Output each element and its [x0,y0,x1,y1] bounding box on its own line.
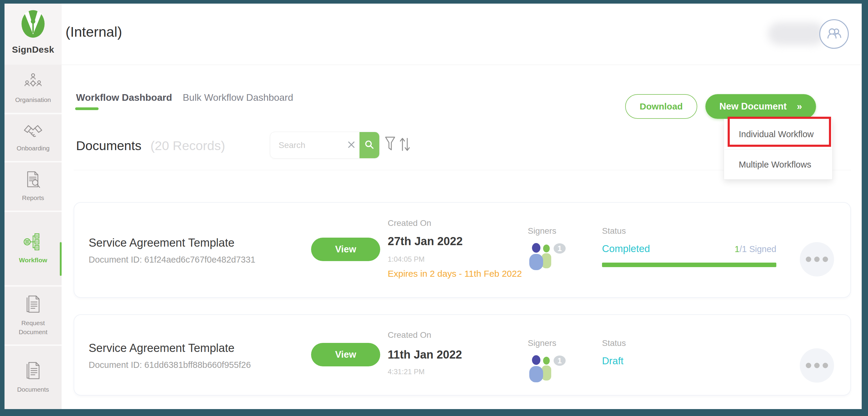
workflow-icon [23,232,43,253]
document-request-icon [24,295,43,316]
active-tab-underline [75,108,99,110]
sidebar-item-label: Documents [17,385,49,394]
row-more-actions-button[interactable] [800,348,834,383]
signers-label: Signers [528,338,556,348]
search-box [270,132,380,158]
funnel-icon [385,149,396,154]
ellipsis-icon [806,257,811,262]
status-label: Status [602,338,626,348]
sidebar-item-workflow[interactable]: Workflow [4,212,62,287]
sort-arrows-icon [399,150,411,155]
document-title: Service Agreement Template [89,342,235,355]
sidebar-item-request-document[interactable]: Request Document [4,287,62,346]
download-button[interactable]: Download [625,94,697,119]
view-button[interactable]: View [311,238,380,261]
search-button[interactable] [360,132,379,158]
created-time: 1:04:05 PM [388,255,425,264]
account-menu-button[interactable] [819,19,849,49]
menu-item-multiple-workflows[interactable]: Multiple Workflows [724,149,832,180]
brand-name: SignDesk [12,44,54,55]
sidebar-item-label: Onboarding [17,144,50,153]
tab-bulk-workflow-dashboard[interactable]: Bulk Workflow Dashboard [183,92,293,103]
signing-progress-bar [602,263,776,267]
ellipsis-icon [806,363,811,368]
documents-section-title: Documents [76,138,141,153]
report-search-icon [24,171,43,190]
signers-extra-count: 1 [558,356,562,365]
handshake-icon [23,122,43,141]
sidebar-item-label: Reports [22,194,44,202]
sidebar-item-reports[interactable]: Reports [4,162,62,212]
signdesk-logo-icon [18,8,48,43]
users-icon [825,24,843,44]
tab-workflow-dashboard[interactable]: Workflow Dashboard [76,92,172,103]
signdesk-app: SignDesk (Internal) Organis [0,0,868,416]
created-time: 4:31:21 PM [388,367,425,376]
sidebar-item-label: Organisation [15,95,51,105]
search-input[interactable] [270,140,343,150]
documents-icon [24,361,43,382]
expiry-warning: Expires in 2 days - 11th Feb 2022 [388,269,522,279]
signed-count: 1/1 Signed [602,244,776,254]
sidebar-item-label: Request Document [13,319,53,337]
document-card [74,314,851,395]
search-icon [364,140,374,151]
close-icon [347,141,355,150]
filter-button[interactable] [385,136,396,155]
records-count: (20 Records) [150,138,225,153]
active-item-indicator [60,242,62,276]
view-button[interactable]: View [311,343,380,366]
sidebar-item-onboarding[interactable]: Onboarding [4,114,62,162]
document-id: Document ID: 61f24aed6c767f0e482d7331 [89,255,255,265]
sidebar-item-documents[interactable]: Documents [4,346,62,409]
status-value: Draft [602,355,624,367]
sidebar-item-label: Workflow [19,256,47,265]
created-date: 11th Jan 2022 [388,348,462,361]
document-title: Service Agreement Template [89,236,235,249]
status-label: Status [602,226,626,236]
double-chevron-icon: » [797,101,802,112]
sidebar: Organisation Onboarding [4,65,62,409]
page-title: (Internal) [65,24,122,40]
row-more-actions-button[interactable] [800,242,834,276]
user-name-redacted [768,22,825,45]
signers-label: Signers [528,226,556,236]
document-id: Document ID: 61dd6381bff88b660f955f26 [89,360,251,370]
sidebar-item-organisation[interactable]: Organisation [4,65,62,114]
sort-button[interactable] [399,135,411,155]
annotation-highlight-red [727,117,831,147]
brand-logo-box[interactable]: SignDesk [4,4,62,65]
signers-extra-count: 1 [558,244,562,253]
organisation-icon [23,73,43,92]
new-document-button[interactable]: New Document » [705,94,816,119]
created-on-label: Created On [388,330,431,340]
signers-group-icon: 1 [528,354,567,384]
created-on-label: Created On [388,218,431,228]
signers-group-icon: 1 [528,242,567,272]
top-header [62,4,862,65]
clear-search-button[interactable] [343,132,360,158]
created-date: 27th Jan 2022 [388,235,463,248]
